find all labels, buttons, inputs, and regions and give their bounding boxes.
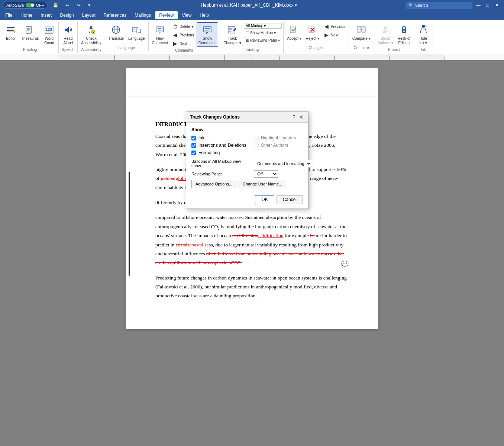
reject-label: Reject ▾ xyxy=(306,36,319,41)
previous-comment-button[interactable]: ◀ Previous xyxy=(171,31,196,39)
reviewing-pane-icon: ▦ xyxy=(246,38,249,42)
minimize-button[interactable]: — xyxy=(474,2,483,9)
autosave-label: AutoSave xyxy=(6,3,24,7)
thesaurus-button[interactable]: Thesaurus xyxy=(19,22,41,42)
dialog-help-button[interactable]: ? xyxy=(291,114,297,120)
svg-text:✓: ✓ xyxy=(93,30,95,34)
block-authors-button[interactable]: Block Authors ▾ xyxy=(376,22,395,47)
translate-button[interactable]: Translate xyxy=(107,22,126,42)
tracking-dropdowns: All Markup ▾ ☰ Show Markup ▾ ▦ Reviewing… xyxy=(244,23,282,43)
previous-change-label: Previous xyxy=(331,25,345,29)
track-changes-label: Track Changes ▾ xyxy=(223,36,241,45)
language-button[interactable]: Language xyxy=(126,22,147,42)
new-comment-button[interactable]: New Comment xyxy=(150,22,170,47)
dialog-ok-button[interactable]: OK xyxy=(255,195,274,204)
deleted-is: is xyxy=(310,233,314,238)
compare-button[interactable]: Compare ▾ xyxy=(350,22,372,42)
dialog-action-buttons: Advanced Options... Change User Name... xyxy=(191,180,303,188)
restore-button[interactable]: □ xyxy=(484,2,491,9)
undo-button[interactable]: ↩ xyxy=(64,2,72,9)
menu-home[interactable]: Home xyxy=(17,11,36,19)
search-box[interactable]: 🔍 Search xyxy=(406,2,472,9)
compare-buttons: Compare ▾ xyxy=(350,22,372,45)
next-comment-icon: ▶ xyxy=(172,41,178,46)
menu-review[interactable]: Review xyxy=(155,11,177,19)
page-top xyxy=(126,68,378,97)
read-aloud-icon xyxy=(62,24,74,36)
delete-comment-icon xyxy=(172,23,178,29)
autosave-badge[interactable]: AutoSave OFF xyxy=(3,2,48,9)
title-bar-right: 🔍 Search — □ ✕ xyxy=(406,2,501,9)
hide-ink-button[interactable]: Hide Ink ▾ xyxy=(416,22,431,47)
dialog-close-button[interactable]: ✕ xyxy=(298,114,304,120)
read-aloud-button[interactable]: Read Aloud xyxy=(60,22,76,47)
svg-text:6: 6 xyxy=(388,54,391,57)
thesaurus-icon xyxy=(24,24,36,36)
change-username-button[interactable]: Change User Name... xyxy=(239,180,286,188)
word-count-icon: 123 xyxy=(43,24,55,36)
deleted-acidification1: aceidifetaion xyxy=(232,233,258,238)
previous-change-button[interactable]: ◀ Previous xyxy=(322,22,347,30)
previous-label: Previous xyxy=(180,33,194,37)
track-changes-dialog[interactable]: Track Changes Options ? ✕ Show Ink Inser… xyxy=(186,112,308,209)
show-comments-icon xyxy=(201,24,213,36)
menu-design[interactable]: Design xyxy=(56,11,77,19)
comments-group-label: Comments xyxy=(175,48,193,53)
autosave-toggle[interactable] xyxy=(26,3,35,7)
accept-label: Accept ▾ xyxy=(287,36,301,41)
menu-help[interactable]: Help xyxy=(196,11,213,19)
insertions-checkbox-row: Insertions and Deletions xyxy=(191,143,246,148)
accept-button[interactable]: Accept ▾ xyxy=(285,22,303,42)
next-change-button[interactable]: ▶ Next xyxy=(322,31,347,39)
hide-ink-icon xyxy=(417,24,429,36)
dialog-footer-buttons: OK Cancel xyxy=(191,192,303,204)
comment-icon[interactable]: 💬 xyxy=(341,259,349,270)
reject-button[interactable]: Reject ▾ xyxy=(304,22,321,42)
balloons-select[interactable]: Comments and formatting All revisions in… xyxy=(254,160,312,167)
dialog-title-buttons: ? ✕ xyxy=(291,114,304,120)
svg-point-12 xyxy=(90,26,92,28)
insertions-checkbox[interactable] xyxy=(191,143,196,148)
advanced-options-button[interactable]: Advanced Options... xyxy=(191,180,236,188)
check-accessibility-button[interactable]: ✓ Check Accessibility xyxy=(79,22,103,47)
compare-group-label: Compare xyxy=(354,46,369,51)
show-markup-button[interactable]: ☰ Show Markup ▾ xyxy=(244,30,282,36)
reviewing-pane-select[interactable]: Off Left Bottom xyxy=(254,170,278,178)
all-markup-dropdown[interactable]: All Markup ▾ xyxy=(244,23,282,29)
customize-quick-access-button[interactable]: ▾ xyxy=(86,2,93,9)
proofing-group-label: Proofing xyxy=(23,48,37,52)
previous-comment-icon: ◀ xyxy=(172,32,178,38)
menu-insert[interactable]: Insert xyxy=(37,11,55,19)
ribbon-group-language: Translate Language Language xyxy=(105,22,149,51)
menu-view[interactable]: View xyxy=(178,11,196,19)
other-authors-checkbox[interactable] xyxy=(254,143,259,148)
highlight-label: Highlight Updates xyxy=(261,135,296,140)
track-changes-button[interactable]: Track Changes ▾ xyxy=(222,22,243,47)
menu-layout[interactable]: Layout xyxy=(78,11,99,19)
changes-buttons: Accept ▾ Reject ▾ ◀ Previous ▶ Next xyxy=(285,22,347,45)
reviewing-pane-button[interactable]: ▦ Reviewing Pane ▾ xyxy=(244,37,282,43)
ink-checkbox-row: Ink xyxy=(191,135,246,140)
show-comments-button[interactable]: Show Comments xyxy=(197,22,218,47)
redo-button[interactable]: ↪ xyxy=(75,2,83,9)
close-button[interactable]: ✕ xyxy=(493,2,501,9)
dialog-cancel-button[interactable]: Cancel xyxy=(277,195,303,204)
next-comment-button[interactable]: ▶ Next xyxy=(171,39,196,48)
restrict-editing-label: Restrict Editing xyxy=(398,36,410,45)
delete-comment-button[interactable]: Delete ▾ xyxy=(171,22,196,30)
word-count-button[interactable]: 123 Word Count xyxy=(41,22,57,47)
formatting-checkbox[interactable] xyxy=(191,151,196,155)
compare-label: Compare ▾ xyxy=(352,36,371,41)
menu-mailings[interactable]: Mailings xyxy=(131,11,155,19)
highlight-checkbox[interactable] xyxy=(254,136,259,140)
new-comment-label: New Comment xyxy=(152,36,168,45)
show-comments-label: Show Comments xyxy=(198,36,216,45)
restrict-editing-button[interactable]: Restrict Editing xyxy=(396,22,412,47)
save-button[interactable]: 💾 xyxy=(51,2,61,9)
menu-references[interactable]: References xyxy=(100,11,130,19)
svg-rect-0 xyxy=(7,27,14,28)
editor-button[interactable]: Editor xyxy=(3,22,19,42)
language-group-label: Language xyxy=(118,46,135,51)
ink-checkbox[interactable] xyxy=(191,136,196,140)
menu-file[interactable]: File xyxy=(1,11,16,19)
